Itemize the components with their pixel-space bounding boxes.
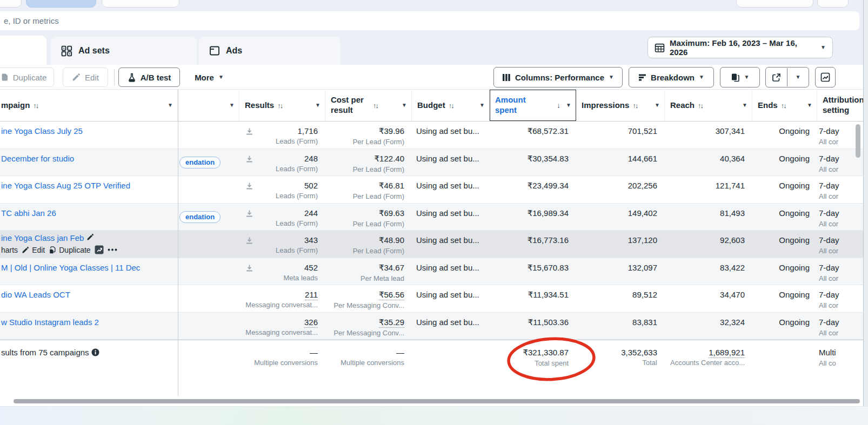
column-header-label: Impressions — [582, 100, 629, 111]
ab-test-button[interactable]: A/B test — [118, 68, 180, 87]
download-leads-icon[interactable] — [245, 237, 253, 246]
column-header-attribution-setting[interactable]: Attribution setting — [817, 90, 865, 121]
edit-name-icon[interactable] — [84, 233, 94, 242]
impressions-value: 89,512 — [576, 285, 665, 299]
duplicate-button[interactable]: Duplicate — [0, 68, 54, 87]
ends-value: Ongoing — [752, 176, 817, 190]
cost-per-result-cell: ₹69.63Per Lead (Form) — [325, 204, 412, 231]
ends-value: Ongoing — [752, 313, 817, 327]
table-row[interactable]: TC abhi Jan 26endation244Leads (Form)₹69… — [0, 204, 863, 231]
export-button[interactable]: ▼ — [765, 67, 809, 87]
impressions-cell: 137,120 — [576, 231, 665, 258]
more-button[interactable]: More ▼ — [189, 68, 229, 87]
column-header-results[interactable]: Results↑↓▼ — [239, 90, 325, 121]
summary-label: sults from 75 campaigns — [1, 348, 89, 357]
more-actions[interactable] — [108, 248, 117, 251]
campaign-link[interactable]: TC abhi Jan 26 — [1, 208, 56, 218]
campaign-link[interactable]: December for studio — [1, 154, 74, 163]
table-row[interactable]: December for studioendation248Leads (For… — [0, 149, 863, 177]
table-row[interactable]: ine Yoga Class jan Feb hartsEditDuplicat… — [0, 231, 863, 258]
budget-cell: Using ad set bu... — [412, 285, 490, 312]
table-body: ine Yoga Class July 251,716Leads (Form)₹… — [0, 122, 863, 340]
columns-button[interactable]: Columns: Performance ▼ — [493, 67, 623, 87]
download-leads-icon[interactable] — [245, 210, 253, 219]
filter-pill-active[interactable] — [26, 0, 96, 8]
cost-per-result-sublabel: Per Messaging Conv... — [325, 327, 412, 337]
amount-spent-total-sublabel: Total spent — [490, 357, 576, 367]
table-row[interactable]: ine Yoga Class July 251,716Leads (Form)₹… — [0, 122, 863, 149]
cost-per-result-sublabel: Per Lead (Form) — [325, 136, 412, 146]
chevron-down-icon: ▼ — [609, 75, 614, 80]
search-input[interactable]: e, ID or metrics — [0, 11, 859, 30]
reach-value: 307,341 — [665, 122, 752, 136]
info-icon[interactable] — [91, 348, 99, 357]
download-leads-icon[interactable] — [245, 264, 253, 274]
attribution-sublabel: All cor — [819, 247, 863, 255]
column-header-ends[interactable]: Ends↑↓▼ — [752, 90, 817, 121]
horizontal-scrollbar[interactable] — [14, 399, 860, 403]
date-range-button[interactable]: Maximum: Feb 16, 2023 – Mar 16, 2026 ▼ — [647, 37, 833, 58]
download-leads-icon[interactable] — [245, 182, 253, 192]
table-summary-row: sults from 75 campaigns —Multiple conver… — [0, 340, 863, 396]
chevron-down-icon: ▼ — [744, 75, 750, 80]
download-leads-icon[interactable] — [245, 127, 253, 137]
amount-spent-cell: ₹68,572.31 — [490, 122, 576, 149]
delivery-cell — [178, 258, 239, 285]
attribution-value: 7-day — [819, 208, 863, 218]
tab-campaigns[interactable] — [0, 36, 46, 65]
column-header-impressions[interactable]: Impressions↑↓▼ — [576, 90, 665, 121]
ends-cell: Ongoing — [752, 176, 817, 203]
column-header-unnamed[interactable]: ▼ — [178, 90, 239, 121]
results-cell: 343Leads (Form) — [239, 231, 325, 258]
breakdown-button[interactable]: Breakdown ▼ — [629, 67, 714, 87]
column-header-mpaign[interactable]: mpaign↑↓▼ — [0, 90, 178, 121]
vertical-scrollbar[interactable] — [856, 124, 860, 158]
table-row[interactable]: dio WA Leads OCT211Messaging conversat..… — [0, 285, 863, 313]
filter-pill[interactable] — [817, 0, 849, 8]
date-range-label: Maximum: Feb 16, 2023 – Mar 16, 2026 — [670, 38, 816, 57]
download-leads-icon[interactable] — [245, 155, 253, 165]
breakdown-icon — [638, 73, 646, 82]
campaign-link[interactable]: ine Yoga Class July 25 — [1, 126, 83, 136]
tab-ad-sets[interactable]: Ad sets — [51, 37, 197, 65]
amount-spent-value: ₹68,572.31 — [490, 122, 576, 136]
edit-button[interactable]: Edit — [63, 68, 108, 87]
results-value: 326 — [239, 313, 325, 327]
view-charts-action[interactable]: harts — [1, 246, 18, 254]
column-header-budget[interactable]: Budget↑↓▼ — [412, 90, 490, 121]
recommendation-badge[interactable]: endation — [179, 211, 221, 223]
amount-spent-cell: ₹11,934.51 — [490, 285, 576, 312]
column-header-cost-per-result[interactable]: Cost per result↑↓▼ — [325, 90, 412, 121]
charts-button[interactable] — [815, 67, 836, 87]
sort-updown-icon: ↑↓ — [632, 102, 637, 110]
ab-test-label: A/B test — [141, 73, 171, 82]
table-row[interactable]: w Studio Instagram leads 2326Messaging c… — [0, 313, 863, 340]
column-header-label: Results — [245, 100, 274, 111]
campaign-link[interactable]: dio WA Leads OCT — [1, 290, 70, 299]
recommendation-badge[interactable]: endation — [179, 157, 221, 168]
filter-pill[interactable] — [0, 0, 22, 8]
delivery-cell: endation — [178, 149, 239, 176]
column-header-reach[interactable]: Reach↑↓▼ — [665, 90, 752, 121]
campaign-link[interactable]: M | Old | Online Yoga Classes | 11 Dec — [1, 263, 140, 272]
filter-pill[interactable] — [102, 0, 179, 8]
amount-spent-value: ₹11,934.51 — [490, 285, 576, 300]
toolbar-divider — [114, 69, 115, 85]
table-row[interactable]: M | Old | Online Yoga Classes | 11 Dec45… — [0, 258, 863, 286]
edit-action[interactable]: Edit — [22, 246, 45, 254]
filter-pill[interactable] — [736, 0, 813, 8]
campaign-link[interactable]: ine Yoga Class jan Feb — [1, 233, 84, 242]
campaign-link[interactable]: w Studio Instagram leads 2 — [1, 318, 99, 327]
reach-value: 121,741 — [665, 176, 752, 190]
cost-per-result-value: ₹46.81 — [325, 176, 412, 191]
table-row[interactable]: ine Yoga Class Aug 25 OTP Verified502Lea… — [0, 176, 863, 204]
campaign-link[interactable]: ine Yoga Class Aug 25 OTP Verified — [1, 181, 130, 190]
cost-per-result-cell: ₹46.81Per Lead (Form) — [325, 176, 412, 203]
tab-ads[interactable]: Ads — [199, 37, 340, 65]
reports-button[interactable]: ▼ — [720, 67, 760, 87]
duplicate-action[interactable]: Duplicate — [49, 246, 90, 254]
open-chart-action[interactable] — [95, 245, 104, 254]
column-header-amount-spent[interactable]: Amount spent↓▼ — [490, 90, 576, 121]
pencil-icon — [72, 73, 81, 82]
chevron-down-icon: ▼ — [807, 103, 812, 108]
